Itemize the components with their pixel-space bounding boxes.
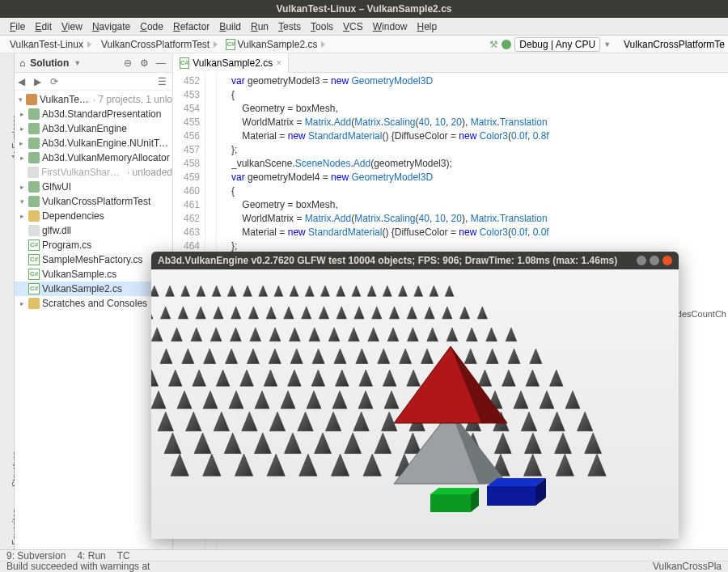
- sync-icon[interactable]: ⟳: [50, 76, 61, 87]
- tree-label: glfw.dll: [42, 225, 71, 236]
- breadcrumb-item[interactable]: VulkanSample2.cs: [221, 39, 327, 50]
- toolwin-tc[interactable]: TC: [117, 550, 130, 561]
- tree-suffix: · unloaded: [127, 167, 172, 178]
- svg-marker-79: [486, 349, 498, 363]
- close-icon[interactable]: [662, 256, 672, 265]
- toolwin-subversion[interactable]: 9: Subversion: [6, 550, 66, 561]
- expand-icon[interactable]: [18, 168, 25, 176]
- vulkan-test-window[interactable]: Ab3d.VulkanEngine v0.2.7620 GLFW test 10…: [151, 252, 679, 539]
- home-icon[interactable]: ⌂: [19, 57, 25, 69]
- expand-icon[interactable]: [18, 270, 26, 278]
- menu-file[interactable]: File: [5, 21, 30, 32]
- svg-marker-115: [540, 391, 554, 409]
- expand-icon[interactable]: [18, 241, 26, 249]
- svg-marker-48: [231, 328, 242, 341]
- svg-marker-159: [523, 454, 541, 476]
- menu-run[interactable]: Run: [246, 21, 273, 32]
- svg-marker-101: [177, 391, 192, 409]
- menu-edit[interactable]: Edit: [30, 21, 57, 32]
- tree-node[interactable]: ▸Ab3d.VulkanEngine: [15, 121, 172, 136]
- svg-marker-97: [502, 370, 516, 386]
- expand-icon[interactable]: ▾: [18, 197, 26, 205]
- toolwin-run[interactable]: 4: Run: [77, 550, 105, 561]
- tree-node[interactable]: ▸Ab3d.StandardPresentation: [15, 107, 172, 121]
- svg-marker-42: [477, 307, 487, 319]
- maximize-icon[interactable]: [650, 256, 659, 265]
- solution-tree[interactable]: ▾VulkanTest-Linux · 7 projects, 1 unlo▸A…: [15, 91, 172, 312]
- tree-node[interactable]: ▸Dependencies: [15, 209, 172, 223]
- expand-icon[interactable]: ▸: [18, 139, 26, 147]
- breadcrumb-item[interactable]: VulkanCrossPlatformTest: [95, 39, 219, 50]
- tree-node[interactable]: SampleMeshFactory.cs: [15, 252, 172, 267]
- svg-marker-11: [290, 286, 298, 296]
- close-tab-icon[interactable]: ×: [276, 57, 281, 69]
- tree-node[interactable]: ▸Ab3d.VulkanEngine.NUnitTests: [15, 136, 172, 150]
- expand-icon[interactable]: [18, 227, 26, 235]
- menu-help[interactable]: Help: [412, 21, 442, 32]
- expand-icon[interactable]: ▾: [18, 95, 23, 104]
- svg-marker-32: [302, 307, 311, 319]
- menu-build[interactable]: Build: [214, 21, 246, 32]
- tree-node[interactable]: ▾VulkanTest-Linux · 7 projects, 1 unlo: [15, 92, 172, 107]
- hammer-icon[interactable]: ⚒: [489, 39, 498, 50]
- menu-vcs[interactable]: VCS: [338, 21, 368, 32]
- tree-node[interactable]: ▸Scratches and Consoles: [15, 296, 172, 311]
- svg-marker-86: [240, 370, 254, 386]
- filter-icon[interactable]: ☰: [158, 76, 169, 87]
- svg-marker-85: [216, 370, 230, 386]
- expand-icon[interactable]: [18, 256, 26, 264]
- proj-icon: [26, 94, 37, 105]
- menu-view[interactable]: View: [57, 21, 87, 32]
- left-tool-rail: 1: Explorer Structure 2: Favorites: [0, 53, 15, 549]
- expand-icon[interactable]: ▸: [18, 154, 26, 162]
- svg-marker-124: [353, 412, 369, 431]
- svg-marker-8: [243, 286, 252, 296]
- svg-marker-55: [368, 328, 379, 341]
- gear-icon[interactable]: ⚙: [140, 57, 151, 69]
- svg-marker-80: [508, 349, 520, 363]
- collapse-icon[interactable]: ⊖: [124, 57, 135, 69]
- svg-marker-7: [227, 286, 236, 296]
- tree-node[interactable]: glfw.dll: [15, 223, 172, 238]
- menu-navigate[interactable]: Navigate: [87, 21, 135, 32]
- tree-node[interactable]: Program.cs: [15, 238, 172, 252]
- svg-marker-27: [214, 307, 223, 319]
- minimize-icon[interactable]: [637, 256, 646, 265]
- svg-marker-23: [151, 307, 153, 319]
- expand-icon[interactable]: ▸: [18, 183, 26, 191]
- editor-tab-vulkansample2[interactable]: VulkanSample2.cs ×: [173, 53, 289, 73]
- menu-window[interactable]: Window: [368, 21, 413, 32]
- tree-node[interactable]: VulkanSample.cs: [15, 267, 172, 282]
- fwd-icon[interactable]: ▶: [34, 76, 45, 87]
- vulkan-window-title: Ab3d.VulkanEngine v0.2.7620 GLFW test 10…: [158, 255, 617, 266]
- svg-marker-5: [197, 286, 205, 296]
- breadcrumb-item[interactable]: VulkanTest-Linux: [3, 39, 93, 50]
- expand-icon[interactable]: ▸: [18, 299, 26, 307]
- tree-node[interactable]: ▸Ab3d.VulkanMemoryAllocator: [15, 150, 172, 165]
- expand-icon[interactable]: ▸: [18, 110, 26, 118]
- expand-icon[interactable]: [18, 285, 26, 293]
- bug-icon[interactable]: [502, 40, 511, 49]
- tree-node[interactable]: VulkanSample2.cs: [15, 282, 172, 296]
- vulkan-window-titlebar[interactable]: Ab3d.VulkanEngine v0.2.7620 GLFW test 10…: [151, 252, 679, 269]
- svg-marker-109: [384, 391, 399, 409]
- hide-icon[interactable]: —: [156, 57, 167, 69]
- breadcrumb-right-overflow[interactable]: VulkanCrossPlatformTe: [624, 39, 725, 50]
- tree-node[interactable]: ▸GlfwUI: [15, 180, 172, 194]
- svg-marker-4: [181, 286, 190, 296]
- menu-tools[interactable]: Tools: [306, 21, 338, 32]
- tree-node[interactable]: FirstVulkanSharpTest · unloaded: [15, 165, 172, 180]
- expand-icon[interactable]: ▸: [18, 212, 26, 220]
- dropdown-icon[interactable]: ▼: [74, 59, 81, 67]
- svg-marker-118: [186, 412, 201, 431]
- svg-marker-150: [235, 454, 252, 476]
- menu-tests[interactable]: Tests: [273, 21, 306, 32]
- expand-icon[interactable]: ▸: [18, 125, 26, 133]
- breadcrumb-bar: VulkanTest-LinuxVulkanCrossPlatformTestV…: [0, 36, 728, 53]
- menu-refactor[interactable]: Refactor: [168, 21, 214, 32]
- back-icon[interactable]: ◀: [18, 76, 29, 87]
- tree-node[interactable]: ▾VulkanCrossPlatformTest: [15, 194, 172, 209]
- dropdown-icon[interactable]: ▼: [603, 40, 611, 49]
- menu-code[interactable]: Code: [135, 21, 168, 32]
- config-selector[interactable]: Debug | Any CPU: [514, 37, 600, 52]
